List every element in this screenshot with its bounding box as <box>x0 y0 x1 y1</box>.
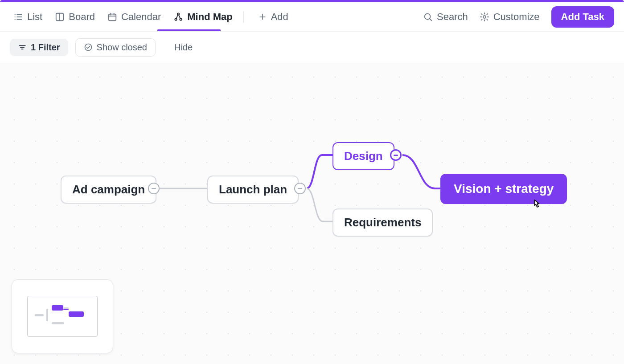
search-label: Search <box>437 11 468 23</box>
tab-list-label: List <box>27 11 42 23</box>
search-button[interactable]: Search <box>423 11 468 23</box>
collapse-toggle-ad-campaign[interactable] <box>148 183 160 194</box>
filter-label: 1 Filter <box>31 42 60 53</box>
svg-line-18 <box>430 18 432 20</box>
node-vision-strategy[interactable]: Vision + strategy <box>440 174 567 204</box>
node-launch-plan[interactable]: Launch plan <box>207 176 299 204</box>
mind-map-canvas[interactable]: Ad campaign Launch plan Design Requireme… <box>0 63 624 364</box>
node-launch-plan-label: Launch plan <box>219 183 287 196</box>
search-icon <box>423 12 433 22</box>
svg-point-23 <box>85 44 91 51</box>
svg-point-4 <box>15 19 16 20</box>
gear-icon <box>480 12 489 22</box>
node-requirements-label: Requirements <box>344 216 421 229</box>
collapse-toggle-design[interactable] <box>390 149 402 161</box>
plus-icon <box>258 12 267 21</box>
active-tab-underline <box>157 29 221 31</box>
minus-icon <box>298 188 302 189</box>
node-ad-campaign[interactable]: Ad campaign <box>61 176 156 204</box>
tab-add-label: Add <box>271 11 288 23</box>
calendar-icon <box>107 12 117 22</box>
tab-mind-map-label: Mind Map <box>187 11 232 23</box>
node-requirements[interactable]: Requirements <box>333 209 433 237</box>
board-icon <box>55 12 65 22</box>
minimap-viewport[interactable] <box>27 296 98 337</box>
node-design[interactable]: Design <box>333 142 394 170</box>
minus-icon <box>152 188 156 189</box>
filter-button[interactable]: 1 Filter <box>10 39 68 56</box>
add-task-button[interactable]: Add Task <box>551 6 614 28</box>
tab-mind-map[interactable]: Mind Map <box>173 3 232 31</box>
list-icon <box>13 12 23 22</box>
customize-label: Customize <box>493 11 540 23</box>
filter-icon <box>18 43 27 52</box>
node-vision-strategy-label: Vision + strategy <box>454 182 554 196</box>
tab-calendar[interactable]: Calendar <box>107 3 161 31</box>
node-design-label: Design <box>344 149 383 163</box>
minus-icon <box>394 155 398 156</box>
view-tabs-bar: List Board Calendar Mind Map <box>0 2 624 32</box>
node-ad-campaign-label: Ad campaign <box>72 183 145 196</box>
svg-point-0 <box>15 14 16 15</box>
customize-button[interactable]: Customize <box>480 11 540 23</box>
check-circle-icon <box>84 43 93 52</box>
tab-board[interactable]: Board <box>55 3 95 31</box>
filter-bar: 1 Filter Show closed Hide <box>0 32 624 63</box>
show-closed-label: Show closed <box>97 42 147 53</box>
show-closed-toggle[interactable]: Show closed <box>75 38 156 57</box>
svg-rect-8 <box>109 14 116 20</box>
mind-map-icon <box>173 12 183 22</box>
collapse-toggle-launch-plan[interactable] <box>294 183 306 194</box>
svg-point-2 <box>15 16 16 17</box>
tab-calendar-label: Calendar <box>121 11 161 23</box>
tab-list[interactable]: List <box>13 3 42 31</box>
add-task-label: Add Task <box>561 11 604 22</box>
hide-button[interactable]: Hide <box>174 42 193 53</box>
tab-add-view[interactable]: Add <box>258 3 288 31</box>
svg-point-19 <box>483 16 486 18</box>
tab-separator <box>243 11 244 23</box>
tab-board-label: Board <box>69 11 95 23</box>
minimap[interactable] <box>12 279 113 353</box>
hide-label: Hide <box>174 42 193 52</box>
